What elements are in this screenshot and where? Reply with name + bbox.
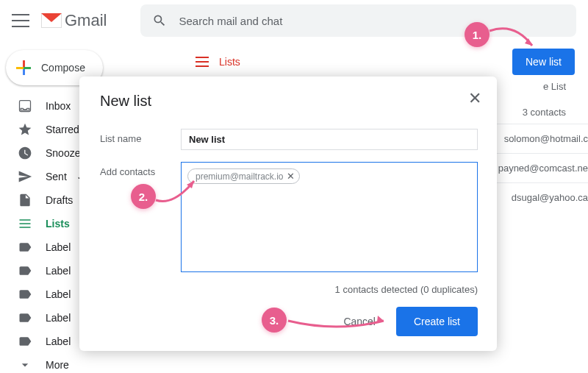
gmail-logo: Gmail (41, 11, 107, 30)
sidebar-item-label: Label (46, 335, 71, 347)
search-icon (152, 13, 167, 28)
contact-chip[interactable]: premium@mailtrack.io ✕ (187, 168, 300, 184)
create-list-button[interactable]: Create list (396, 307, 478, 336)
remove-chip-icon[interactable]: ✕ (287, 171, 295, 182)
contacts-detected-text: 1 contacts detected (0 duplicates) (100, 284, 478, 295)
tag-icon (18, 263, 32, 278)
hamburger-menu-icon[interactable] (12, 12, 29, 29)
cancel-button[interactable]: Cancel (343, 316, 376, 327)
sidebar-item-label: More (46, 359, 69, 371)
star-icon (18, 122, 32, 137)
close-icon[interactable]: ✕ (466, 90, 484, 107)
chevron-down-icon (18, 358, 32, 372)
sidebar-item-label: Drafts (46, 194, 73, 206)
sidebar-item-label: Inbox (46, 100, 71, 112)
dialog-title: New list (100, 93, 478, 110)
gmail-icon (41, 13, 62, 28)
clock-icon (18, 146, 32, 160)
annotation-step-3: 3. (262, 308, 287, 333)
sidebar-item-label: Label (46, 312, 71, 324)
sidebar-item-label: Lists (46, 218, 70, 230)
search-bar[interactable]: Search mail and chat (140, 4, 576, 37)
file-icon (18, 193, 32, 207)
sidebar-item-label: Label (46, 265, 71, 277)
tag-icon (18, 310, 32, 325)
list-name-label: List name (100, 129, 175, 144)
new-list-dialog: ✕ New list List name Add contacts premiu… (79, 77, 497, 351)
lists-icon (196, 57, 209, 67)
lists-icon (18, 216, 32, 231)
sidebar-item-more[interactable]: More (0, 353, 176, 373)
sidebar-item-label: Label (46, 288, 71, 300)
compose-label: Compose (41, 62, 85, 74)
sidebar-item-label: Label (46, 241, 71, 253)
tag-icon (18, 287, 32, 302)
list-name-input[interactable] (181, 129, 478, 150)
chip-label: premium@mailtrack.io (196, 171, 284, 182)
add-contacts-label: Add contacts (100, 162, 175, 177)
tag-icon (18, 240, 32, 255)
inbox-icon (18, 99, 32, 113)
section-title: Lists (219, 56, 240, 68)
send-icon (18, 169, 32, 184)
contacts-input[interactable]: premium@mailtrack.io ✕ (181, 162, 478, 272)
annotation-step-2: 2. (131, 184, 156, 209)
new-list-button[interactable]: New list (512, 49, 575, 75)
plus-icon (16, 60, 31, 75)
sidebar-item-label: Starred (46, 124, 79, 135)
search-placeholder: Search mail and chat (179, 15, 282, 27)
sidebar-item-label: Sent (46, 171, 67, 182)
annotation-step-1: 1. (465, 22, 490, 47)
tag-icon (18, 334, 32, 349)
